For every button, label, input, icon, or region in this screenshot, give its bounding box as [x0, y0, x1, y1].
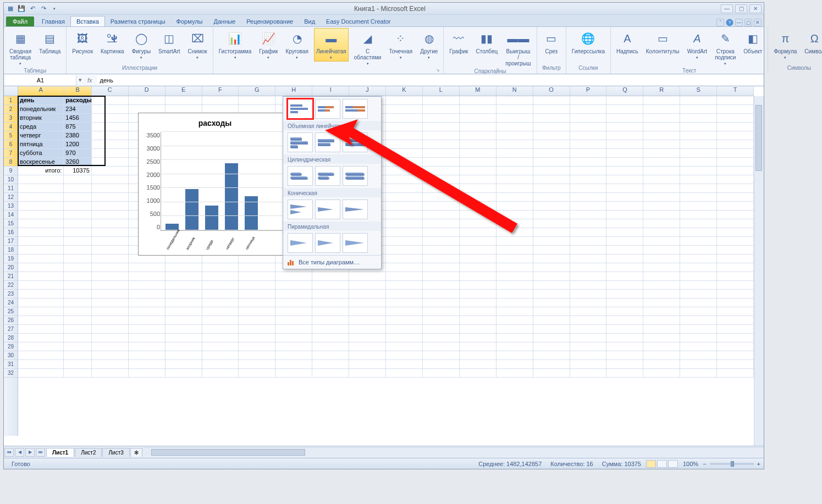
cell[interactable]: [496, 334, 533, 342]
cell[interactable]: [92, 167, 129, 175]
cell[interactable]: [680, 167, 717, 175]
cell[interactable]: [386, 96, 423, 105]
hyperlink-button[interactable]: 🌐Гиперссылка: [570, 28, 607, 56]
tab-data[interactable]: Данные: [208, 16, 241, 26]
row-header-19[interactable]: 19: [4, 254, 18, 263]
row-header-10[interactable]: 10: [4, 175, 18, 184]
cell[interactable]: [717, 131, 754, 140]
cell[interactable]: [165, 298, 202, 307]
cell[interactable]: [717, 272, 754, 281]
cell[interactable]: [460, 369, 496, 378]
cell[interactable]: [717, 149, 754, 158]
cell[interactable]: [64, 281, 91, 290]
cell[interactable]: [129, 298, 165, 307]
cell[interactable]: [606, 334, 643, 342]
cell[interactable]: [349, 360, 386, 369]
cell[interactable]: [496, 281, 533, 290]
cell[interactable]: [92, 281, 129, 290]
cell[interactable]: [533, 246, 570, 254]
tab-home[interactable]: Главная: [36, 16, 70, 26]
cell[interactable]: [165, 360, 202, 369]
cell[interactable]: [496, 369, 533, 378]
cell[interactable]: [386, 175, 423, 184]
cell[interactable]: [606, 316, 643, 325]
cell[interactable]: [680, 342, 717, 351]
cell[interactable]: [643, 369, 680, 378]
cell[interactable]: 875: [64, 123, 91, 131]
cell[interactable]: [386, 316, 423, 325]
cell[interactable]: [533, 369, 570, 378]
normal-view-button[interactable]: [646, 460, 656, 468]
cell[interactable]: [643, 342, 680, 351]
cell[interactable]: [92, 360, 129, 369]
cell[interactable]: [533, 237, 570, 246]
cell[interactable]: [423, 369, 460, 378]
cell[interactable]: [18, 211, 64, 219]
cell[interactable]: [165, 334, 202, 342]
cell[interactable]: [570, 281, 607, 290]
cell[interactable]: [386, 193, 423, 202]
cell[interactable]: [18, 263, 64, 272]
cell[interactable]: [18, 175, 64, 184]
cell[interactable]: [64, 342, 91, 351]
cell[interactable]: [312, 325, 349, 334]
cell[interactable]: [64, 298, 91, 307]
cell[interactable]: [460, 123, 496, 131]
cell[interactable]: [606, 254, 643, 263]
row-header-4[interactable]: 4: [4, 123, 18, 131]
cell[interactable]: [312, 360, 349, 369]
cylinder-bar-3[interactable]: [343, 166, 368, 186]
cell[interactable]: [533, 184, 570, 193]
cell[interactable]: [386, 290, 423, 298]
column-header-S[interactable]: S: [680, 86, 717, 96]
row-header-12[interactable]: 12: [4, 193, 18, 202]
cell[interactable]: [717, 263, 754, 272]
cell[interactable]: [570, 184, 607, 193]
cell[interactable]: [570, 140, 607, 149]
cell[interactable]: воскресенье: [18, 158, 64, 167]
cell[interactable]: [92, 298, 129, 307]
cell[interactable]: [496, 175, 533, 184]
cell[interactable]: [460, 298, 496, 307]
cell[interactable]: [275, 272, 312, 281]
cell[interactable]: [496, 105, 533, 114]
cell[interactable]: [606, 351, 643, 360]
cell[interactable]: [92, 342, 129, 351]
save-icon[interactable]: 💾: [17, 4, 26, 13]
cell[interactable]: [717, 211, 754, 219]
cell[interactable]: [460, 149, 496, 158]
cell[interactable]: [717, 307, 754, 316]
cell[interactable]: [202, 316, 239, 325]
column-header-I[interactable]: I: [312, 86, 349, 96]
picture-button[interactable]: 🖼Рисунок: [70, 28, 95, 56]
cell[interactable]: пятница: [18, 140, 64, 149]
cell[interactable]: [717, 316, 754, 325]
percent-stacked-bar-2d[interactable]: [343, 99, 368, 119]
cell[interactable]: [18, 325, 64, 334]
cell[interactable]: [533, 140, 570, 149]
cell[interactable]: [643, 167, 680, 175]
cell[interactable]: [239, 254, 275, 263]
cell[interactable]: [423, 131, 460, 140]
cell[interactable]: [202, 360, 239, 369]
cell[interactable]: [533, 96, 570, 105]
cell[interactable]: [680, 193, 717, 202]
cell[interactable]: [386, 237, 423, 246]
cell[interactable]: [533, 342, 570, 351]
cell[interactable]: [570, 211, 607, 219]
cell[interactable]: [533, 158, 570, 167]
cell[interactable]: [18, 246, 64, 254]
cell[interactable]: [460, 246, 496, 254]
row-header-31[interactable]: 31: [4, 360, 18, 369]
cell[interactable]: [533, 351, 570, 360]
cell[interactable]: итого:: [18, 167, 64, 175]
column-header-Q[interactable]: Q: [606, 86, 643, 96]
cell[interactable]: [570, 316, 607, 325]
row-header-32[interactable]: 32: [4, 369, 18, 378]
cell[interactable]: [496, 237, 533, 246]
cell[interactable]: [239, 325, 275, 334]
undo-icon[interactable]: ↶: [28, 4, 37, 13]
cell[interactable]: [386, 360, 423, 369]
slicer-button[interactable]: ▭Срез: [540, 28, 562, 56]
cell[interactable]: [717, 202, 754, 211]
